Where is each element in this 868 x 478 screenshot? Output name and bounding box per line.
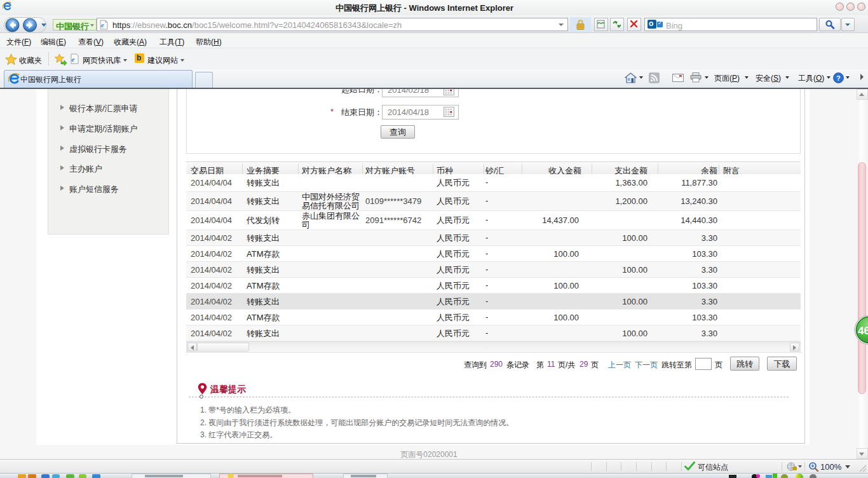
svg-text:?: ? xyxy=(836,74,841,82)
svg-text:46: 46 xyxy=(858,325,868,337)
svg-text:e: e xyxy=(101,22,104,29)
svg-text:e: e xyxy=(72,55,75,63)
